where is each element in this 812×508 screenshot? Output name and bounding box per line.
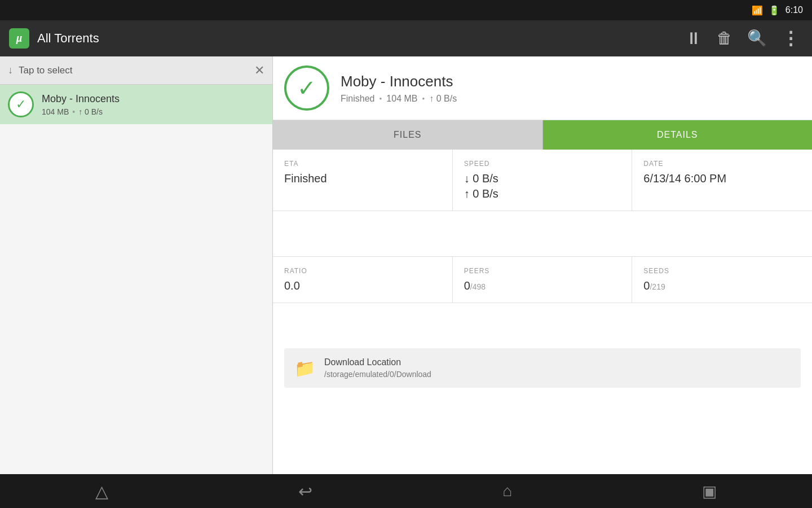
torrent-list-item[interactable]: ✓ Moby - Innocents 104 MB • ↑ 0 B/s [0, 85, 272, 124]
torrent-info: Moby - Innocents 104 MB • ↑ 0 B/s [42, 93, 120, 116]
details-content: ETA Finished SPEED ↓ 0 B/s ↑ 0 B/s DATE … [273, 150, 812, 474]
date-cell: DATE 6/13/14 6:00 PM [632, 150, 812, 211]
eta-label: ETA [284, 160, 441, 168]
header-status-circle: ✓ [284, 65, 329, 111]
seeds-cell: SEEDS 0/219 [632, 256, 812, 303]
details-row-1: ETA Finished SPEED ↓ 0 B/s ↑ 0 B/s DATE … [273, 150, 812, 211]
tabs: FILES DETAILS [273, 120, 812, 150]
check-icon: ✓ [16, 98, 26, 111]
eta-cell: ETA Finished [273, 150, 453, 211]
seeds-count: 0 [643, 279, 650, 292]
more-options-button[interactable]: ⋮ [778, 26, 803, 51]
toolbar-title: All Torrents [37, 31, 674, 46]
torrent-status-circle: ✓ [8, 91, 34, 117]
folder-icon: 📁 [294, 358, 315, 378]
download-location-title: Download Location [324, 357, 431, 367]
ratio-cell: RATIO 0.0 [273, 256, 453, 303]
date-label: DATE [643, 160, 801, 168]
torrent-upload-speed: ↑ 0 B/s [78, 107, 103, 116]
nav-home-button[interactable]: △ [84, 477, 120, 506]
speed-label: SPEED [464, 160, 621, 168]
date-value: 6/13/14 6:00 PM [643, 172, 801, 185]
tab-details[interactable]: DETAILS [543, 120, 813, 150]
header-upload-speed: ↑ 0 B/s [429, 94, 457, 104]
ratio-label: RATIO [284, 267, 441, 275]
wifi-icon: 📶 [752, 5, 763, 16]
header-check-icon: ✓ [297, 75, 316, 101]
right-panel: ✓ Moby - Innocents Finished ● 104 MB ● ↑… [273, 56, 812, 474]
delete-button[interactable]: 🗑 [713, 27, 736, 50]
left-panel: ↓ Tap to select ✕ ✓ Moby - Innocents 104… [0, 56, 273, 474]
torrent-name: Moby - Innocents [42, 93, 120, 105]
peers-value: 0/498 [464, 279, 621, 292]
select-bar: ↓ Tap to select ✕ [0, 56, 272, 85]
status-time: 6:10 [785, 5, 803, 15]
header-status: Finished [341, 94, 374, 104]
header-size: 104 MB [386, 94, 417, 104]
header-text: Moby - Innocents Finished ● 104 MB ● ↑ 0… [341, 73, 457, 104]
header-torrent-name: Moby - Innocents [341, 73, 457, 90]
seeds-label: SEEDS [643, 267, 801, 275]
header-dot2: ● [422, 96, 425, 101]
close-select-button[interactable]: ✕ [254, 63, 264, 78]
seeds-value: 0/219 [643, 279, 801, 292]
details-spacer [273, 211, 812, 256]
download-location-text: Download Location /storage/emulated/0/Do… [324, 357, 431, 379]
tab-files[interactable]: FILES [273, 120, 543, 150]
nav-back-button[interactable]: ↩ [287, 477, 324, 506]
ratio-value: 0.0 [284, 279, 441, 292]
battery-icon: 🔋 [769, 5, 780, 16]
torrent-header: ✓ Moby - Innocents Finished ● 104 MB ● ↑… [273, 56, 812, 120]
download-location-path: /storage/emulated/0/Download [324, 370, 431, 379]
select-bar-text: Tap to select [19, 65, 249, 76]
speed-download-value: ↓ 0 B/s [464, 172, 621, 185]
nav-recents-button[interactable]: ▣ [691, 478, 728, 505]
toolbar: µ All Torrents ⏸ 🗑 🔍 ⋮ [0, 20, 812, 56]
eta-value: Finished [284, 172, 441, 185]
torrent-meta: 104 MB • ↑ 0 B/s [42, 107, 120, 116]
peers-total: /498 [470, 282, 486, 291]
app-logo: µ [9, 28, 29, 49]
speed-upload-value: ↑ 0 B/s [464, 187, 621, 200]
details-row-2: RATIO 0.0 PEERS 0/498 SEEDS 0/219 [273, 256, 812, 303]
nav-menu-button[interactable]: ⌂ [491, 478, 523, 505]
peers-cell: PEERS 0/498 [453, 256, 633, 303]
meta-separator: • [72, 107, 75, 116]
download-location[interactable]: 📁 Download Location /storage/emulated/0/… [284, 348, 801, 388]
select-arrow-icon: ↓ [8, 64, 13, 76]
header-dot1: ● [379, 96, 382, 101]
search-button[interactable]: 🔍 [744, 27, 770, 50]
header-torrent-meta: Finished ● 104 MB ● ↑ 0 B/s [341, 94, 457, 104]
details-spacer-2 [273, 303, 812, 337]
speed-cell: SPEED ↓ 0 B/s ↑ 0 B/s [453, 150, 633, 211]
peers-count: 0 [464, 279, 470, 292]
main-area: ↓ Tap to select ✕ ✓ Moby - Innocents 104… [0, 56, 812, 474]
nav-bar: △ ↩ ⌂ ▣ [0, 474, 812, 508]
status-bar: 📶 🔋 6:10 [0, 0, 812, 20]
torrent-size: 104 MB [42, 107, 69, 116]
peers-label: PEERS [464, 267, 621, 275]
pause-button[interactable]: ⏸ [682, 27, 705, 50]
utorrent-logo-icon: µ [16, 33, 22, 45]
seeds-total: /219 [650, 282, 665, 291]
